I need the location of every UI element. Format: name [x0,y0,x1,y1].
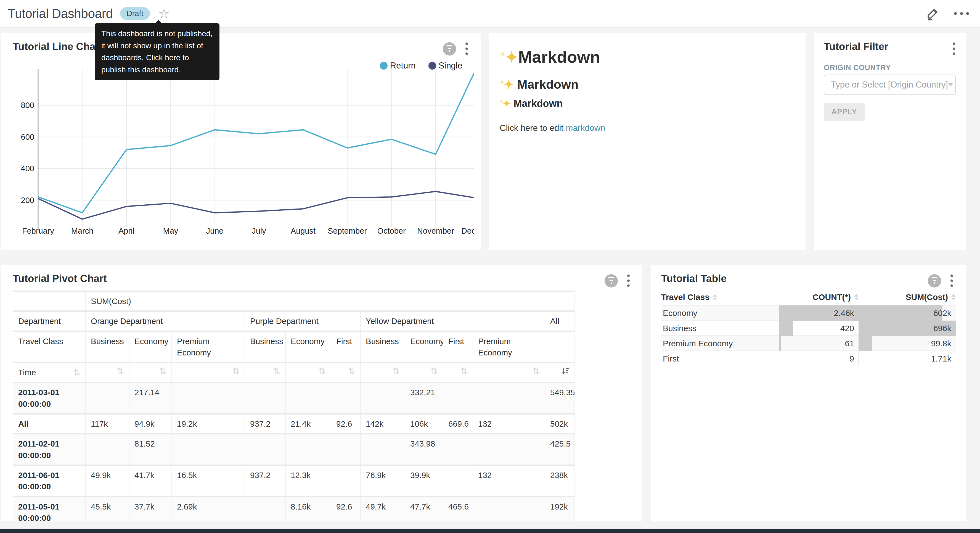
pivot-cell [473,383,545,414]
filter-indicator-icon[interactable] [605,274,618,287]
pivot-chart-title: Tutorial Pivot Chart [13,273,107,284]
markdown-edit-link[interactable]: markdown [566,123,605,133]
pivot-cell [361,383,405,414]
pivot-cell: 76.9k [361,465,405,496]
sum-bar [859,336,872,351]
pivot-time-cell: ⇅ [172,362,245,383]
page-title[interactable]: Tutorial Dashboard [8,6,113,21]
table-row[interactable]: Business420696k [661,321,956,336]
count-bar [779,321,793,336]
sum-cell: 99.8k [859,336,956,351]
pivot-cell: 117k [86,414,129,434]
line-chart-plot: FebruaryMarchAprilMayJuneJulyAugustSepte… [1,58,474,240]
table-row[interactable]: First91.71k [661,351,956,366]
origin-country-select[interactable]: Type or Select [Origin Country] [824,75,956,95]
edit-dashboard-icon[interactable] [926,6,940,21]
pivot-group-header: Orange Department [86,311,245,331]
pivot-class-row: Travel ClassBusinessEconomyPremium Econo… [13,331,575,362]
sort-desc-active-icon[interactable] [561,367,570,375]
filter-card-icons [951,41,956,56]
pivot-cell [361,434,405,465]
count-cell: 2.46k [779,305,859,321]
kebab-menu-icon[interactable] [465,41,469,56]
pivot-class-header: Travel Class [13,331,86,362]
sort-icon[interactable]: ⇅ [73,368,80,377]
sort-icon[interactable]: ⇅ [159,367,167,376]
sort-icon[interactable]: ⇅ [273,367,280,376]
sort-icon[interactable]: ⇅ [532,367,540,376]
markdown-h1: ✧✦Markdown [500,48,600,67]
y-axis-label: 200 [21,196,34,205]
markdown-card[interactable]: ✧✦Markdown ✧✦Markdown ✧✦Markdown Click h… [488,33,805,250]
sort-icon[interactable]: ⇅ [460,367,468,376]
pivot-cell [245,496,285,521]
origin-country-label: ORIGIN COUNTRY [824,64,891,72]
pivot-group-header: Purple Department [245,311,361,331]
x-axis-label: April [118,227,134,235]
chevron-down-icon [948,83,953,86]
count-cell: 420 [779,321,859,336]
table-body: Economy2.46k602kBusiness420696kPremium E… [661,305,956,366]
pivot-cell: 81.52 [129,434,172,465]
table-column-header[interactable]: COUNT(*) [779,292,859,302]
sort-icon[interactable]: ⇅ [348,367,355,376]
apply-button[interactable]: APPLY [824,103,865,121]
pivot-cell: 49.9k [86,465,129,496]
pivot-cell: 669.6 [443,414,473,434]
pivot-cell [285,434,331,465]
markdown-h3: ✧✦Markdown [500,98,563,109]
pivot-dept-header: Department [13,311,86,331]
sum-cell: 696k [859,321,956,336]
favorite-star-icon[interactable]: ☆ [158,7,170,20]
table-card-title: Tutorial Table [661,273,727,284]
pivot-cell: 192k [545,496,575,521]
table-column-header[interactable]: Travel Class [661,292,779,302]
sum-value: 696k [933,324,951,333]
sort-icon[interactable]: ⇅ [392,367,400,376]
pivot-class-cell: Business [245,331,285,362]
header-actions [926,6,969,21]
sort-icon[interactable]: ⇅ [318,367,326,376]
kebab-menu-icon[interactable] [951,41,956,56]
table-row[interactable]: Economy2.46k602k [661,305,956,321]
kebab-menu-icon[interactable] [949,273,954,288]
more-actions-icon[interactable] [954,12,969,15]
sort-icon[interactable]: ⇅ [430,367,438,376]
pivot-time-cell: ⇅ [129,362,172,383]
filter-indicator-icon[interactable] [928,274,941,287]
pivot-cell: 937.2 [245,414,285,434]
filter-card-title: Tutorial Filter [824,41,888,53]
pivot-row: 2011-05-01 00:00:0045.5k37.7k2.69k8.16k9… [13,496,575,521]
sort-carets-icon [951,294,956,300]
pivot-cell: 47.7k [405,496,443,521]
pivot-cell [86,434,129,465]
filter-card: Tutorial Filter ORIGIN COUNTRY Type or S… [814,33,966,250]
kebab-menu-icon[interactable] [626,273,631,288]
table-row[interactable]: Premium Economy6199.8k [661,336,956,351]
pivot-chart-card: Tutorial Pivot Chart SUM(Cost)Department… [1,265,643,521]
pivot-time-cell: ⇅ [473,362,545,383]
pivot-cell [86,383,129,414]
table-column-header[interactable]: SUM(Cost) [859,292,956,302]
x-axis-label: July [252,227,266,235]
sparkle-icon: ✦ [504,78,514,91]
x-axis-label: December [461,227,474,235]
pivot-cell [331,434,361,465]
pivot-metric-row: SUM(Cost) [13,291,575,311]
x-axis-label: November [417,227,454,235]
filter-indicator-icon[interactable] [443,42,456,56]
pivot-row-label: 2011-05-01 00:00:00 [13,496,86,521]
sort-icon[interactable]: ⇅ [116,367,124,376]
count-cell: 9 [779,351,859,366]
travel-class-cell: Business [661,321,779,336]
tooltip-text: This dashboard is not published, it will… [101,29,213,74]
pivot-cell [245,383,285,414]
pivot-row: 2011-02-01 00:00:0081.52343.98425.5 [13,434,575,465]
draft-badge[interactable]: Draft [120,7,150,20]
count-value: 9 [850,354,854,363]
pivot-cell: 12.3k [285,465,331,496]
sort-icon[interactable]: ⇅ [232,367,240,376]
pivot-cell: 425.5 [545,434,575,465]
sparkle-icon: ✦ [503,98,511,109]
pivot-time-cell: ⇅ [361,362,405,383]
